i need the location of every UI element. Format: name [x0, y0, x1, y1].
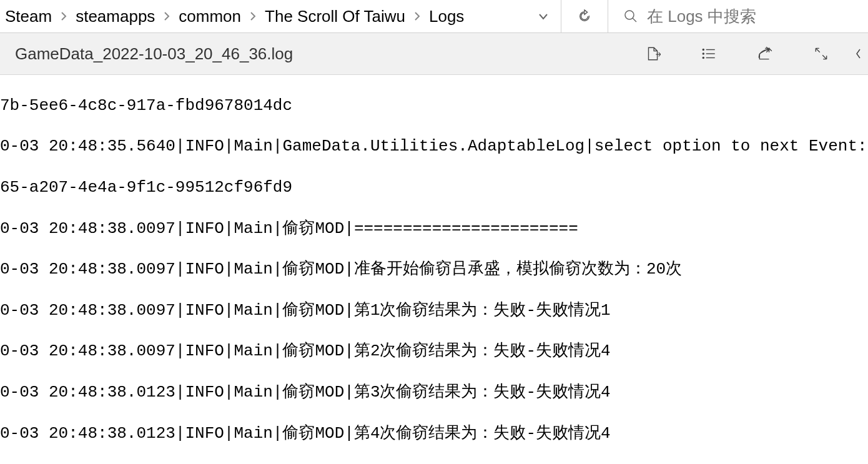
fullscreen-button[interactable]: [793, 33, 849, 75]
log-line: 0-03 20:48:38.0123|INFO|Main|偷窃MOD|第3次偷窃…: [0, 382, 868, 403]
svg-point-6: [703, 53, 704, 54]
refresh-button[interactable]: [561, 0, 608, 32]
breadcrumb-item[interactable]: steamapps: [73, 7, 157, 26]
breadcrumb[interactable]: Steam steamapps common The Scroll Of Tai…: [0, 7, 526, 26]
breadcrumb-item[interactable]: Steam: [2, 7, 54, 26]
chevron-right-icon: [408, 11, 427, 21]
share-button[interactable]: [737, 33, 793, 75]
svg-point-5: [703, 49, 704, 50]
new-file-button[interactable]: [624, 33, 681, 75]
svg-point-7: [703, 57, 704, 58]
file-tab[interactable]: GameData_2022-10-03_20_46_36.log: [15, 44, 624, 64]
breadcrumb-item[interactable]: common: [176, 7, 244, 26]
search-input[interactable]: [647, 7, 868, 26]
log-line: 0-03 20:48:38.0097|INFO|Main|偷窃MOD|=====…: [0, 219, 868, 239]
log-line: 65-a207-4e4a-9f1c-99512cf96fd9: [0, 177, 868, 198]
log-line: 7b-5ee6-4c8c-917a-fbd9678014dc: [0, 96, 868, 116]
log-line: 0-03 20:48:35.5640|INFO|Main|GameData.Ut…: [0, 136, 868, 157]
log-line: 0-03 20:48:38.0097|INFO|Main|偷窃MOD|第2次偷窃…: [0, 341, 868, 362]
tab-actions: [624, 33, 868, 75]
breadcrumb-item[interactable]: Logs: [427, 7, 466, 26]
tab-bar: GameData_2022-10-03_20_46_36.log: [0, 33, 868, 75]
svg-line-1: [633, 18, 636, 22]
breadcrumb-item[interactable]: The Scroll Of Taiwu: [262, 7, 408, 26]
log-line: 0-03 20:48:38.0097|INFO|Main|偷窃MOD|准备开始偷…: [0, 259, 868, 280]
log-content[interactable]: 7b-5ee6-4c8c-917a-fbd9678014dc 0-03 20:4…: [0, 75, 868, 464]
svg-point-0: [625, 11, 634, 19]
log-line: 0-03 20:48:38.0123|INFO|Main|偷窃MOD|第4次偷窃…: [0, 423, 868, 444]
more-button[interactable]: [849, 33, 868, 75]
chevron-right-icon: [157, 11, 176, 21]
search-box[interactable]: [608, 0, 868, 32]
breadcrumb-bar: Steam steamapps common The Scroll Of Tai…: [0, 0, 868, 33]
chevron-right-icon: [244, 11, 262, 21]
search-icon: [623, 9, 638, 24]
list-button[interactable]: [681, 33, 737, 75]
breadcrumb-dropdown-icon[interactable]: [526, 11, 561, 22]
log-line: 0-03 20:48:38.0097|INFO|Main|偷窃MOD|第1次偷窃…: [0, 300, 868, 321]
chevron-right-icon: [54, 11, 73, 21]
